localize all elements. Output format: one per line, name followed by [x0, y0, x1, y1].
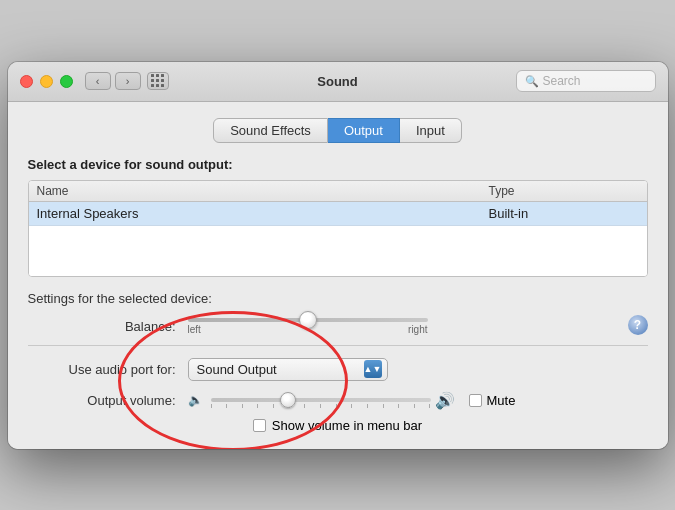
- show-volume-label: Show volume in menu bar: [272, 418, 422, 433]
- device-type: Built-in: [489, 206, 639, 221]
- tab-output[interactable]: Output: [328, 118, 400, 143]
- audio-port-label: Use audio port for:: [28, 362, 188, 377]
- search-box[interactable]: 🔍 Search: [516, 70, 656, 92]
- grid-button[interactable]: [147, 72, 169, 90]
- nav-buttons: ‹ ›: [85, 72, 141, 90]
- content-area: Sound Effects Output Input Select a devi…: [8, 102, 668, 449]
- volume-ticks: [211, 404, 431, 408]
- settings-section: Settings for the selected device: Balanc…: [28, 291, 648, 335]
- balance-slider-thumb[interactable]: [299, 311, 317, 329]
- balance-right-label: right: [408, 324, 427, 335]
- balance-left-label: left: [188, 324, 201, 335]
- back-button[interactable]: ‹: [85, 72, 111, 90]
- volume-label: Output volume:: [28, 393, 188, 408]
- volume-slider-thumb[interactable]: [280, 392, 296, 408]
- audio-port-row: Use audio port for: Sound Output Sound I…: [28, 358, 648, 381]
- device-name: Internal Speakers: [37, 206, 489, 221]
- tab-sound-effects[interactable]: Sound Effects: [213, 118, 328, 143]
- mute-checkbox-input[interactable]: [469, 394, 482, 407]
- forward-button[interactable]: ›: [115, 72, 141, 90]
- main-window: ‹ › Sound 🔍 Search Sound Effects Output …: [8, 62, 668, 449]
- search-icon: 🔍: [525, 75, 539, 88]
- settings-label: Settings for the selected device:: [28, 291, 648, 306]
- tab-bar: Sound Effects Output Input: [28, 118, 648, 143]
- titlebar: ‹ › Sound 🔍 Search: [8, 62, 668, 102]
- volume-low-icon: 🔈: [188, 393, 203, 407]
- volume-slider-track[interactable]: [211, 398, 431, 402]
- balance-label: Balance:: [28, 319, 188, 334]
- forward-icon: ›: [126, 75, 130, 87]
- col-header-name: Name: [37, 184, 489, 198]
- device-table: Name Type Internal Speakers Built-in: [28, 180, 648, 277]
- section-label: Select a device for sound output:: [28, 157, 648, 172]
- close-button[interactable]: [20, 75, 33, 88]
- search-placeholder: Search: [543, 74, 581, 88]
- window-title: Sound: [317, 74, 357, 89]
- balance-slider-container: left right: [188, 318, 428, 335]
- back-icon: ‹: [96, 75, 100, 87]
- grid-icon: [151, 74, 165, 88]
- table-empty-row: [29, 226, 647, 276]
- tab-input[interactable]: Input: [400, 118, 462, 143]
- show-volume-row: Show volume in menu bar: [28, 418, 648, 433]
- volume-high-icon: 🔊: [435, 391, 455, 410]
- bottom-section: Use audio port for: Sound Output Sound I…: [28, 345, 648, 433]
- table-header: Name Type: [29, 181, 647, 202]
- help-icon: ?: [634, 318, 641, 332]
- mute-label: Mute: [487, 393, 516, 408]
- col-header-type: Type: [489, 184, 639, 198]
- mute-checkbox[interactable]: Mute: [469, 393, 516, 408]
- balance-slider-track[interactable]: [188, 318, 428, 322]
- balance-row: Balance: left right: [28, 318, 648, 335]
- show-volume-checkbox[interactable]: [253, 419, 266, 432]
- minimize-button[interactable]: [40, 75, 53, 88]
- audio-port-select[interactable]: Sound Output Sound Input Off: [188, 358, 388, 381]
- traffic-lights: [20, 75, 73, 88]
- volume-row: Output volume: 🔈 🔊 Mute: [28, 391, 648, 410]
- help-button[interactable]: ?: [628, 315, 648, 335]
- maximize-button[interactable]: [60, 75, 73, 88]
- audio-port-select-wrapper: Sound Output Sound Input Off ▲▼: [188, 358, 388, 381]
- table-row[interactable]: Internal Speakers Built-in: [29, 202, 647, 226]
